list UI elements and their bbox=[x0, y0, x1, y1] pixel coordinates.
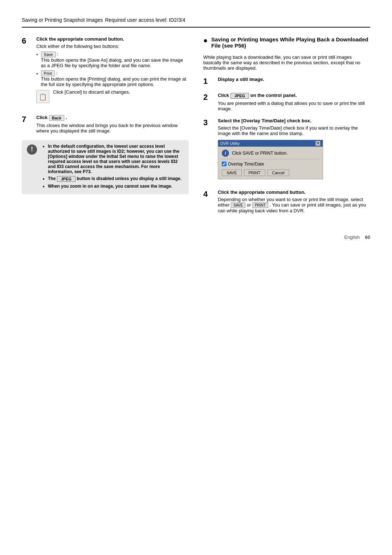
step-r4-or: or bbox=[247, 202, 251, 208]
step-r1-content: Display a still image. bbox=[218, 77, 370, 86]
dvr-dialog-title-text: DVR Utility bbox=[220, 141, 240, 146]
step-r2-block: 2 Click JPEG on the control panel. You a… bbox=[203, 93, 370, 111]
step-r4-block: 4 Click the appropriate command button. … bbox=[203, 189, 370, 213]
section-title: Saving or Printing Images While Playing … bbox=[211, 36, 370, 49]
page-footer: English 60 bbox=[22, 234, 370, 240]
colon: : bbox=[57, 51, 58, 57]
step-6-num: 6 bbox=[22, 36, 32, 108]
step-7-heading: Click Back . bbox=[36, 115, 189, 121]
step-r2-click-pre: Click bbox=[218, 93, 229, 98]
colon: : bbox=[56, 70, 58, 76]
dvr-cancel-button[interactable]: Cancel bbox=[268, 170, 289, 176]
step-6-intro: Click either of the following two button… bbox=[36, 44, 189, 49]
step-r2-num: 2 bbox=[203, 93, 213, 111]
step-6-bullet-list: • Save : This button opens the [Save As]… bbox=[36, 51, 189, 87]
print-inline-btn[interactable]: PRINT bbox=[252, 203, 268, 208]
warning-item-2-pre: The bbox=[48, 176, 57, 181]
warning-icon: ! bbox=[27, 144, 37, 155]
step-6-block: 6 Click the appropriate command button. … bbox=[22, 36, 189, 108]
step-6-heading: Click the appropriate command button. bbox=[36, 36, 189, 42]
info-icon: i bbox=[222, 150, 229, 157]
step-r4-text: Depending on whether you want to save or… bbox=[218, 197, 370, 213]
dvr-dialog-title: DVR Utility ✕ bbox=[218, 140, 323, 147]
step-r2-content: Click JPEG on the control panel. You are… bbox=[218, 93, 370, 111]
title-subtitle: Required user access level: ID2/3/4 bbox=[105, 17, 185, 23]
title-main: Saving or Printing Snapshot Images bbox=[22, 17, 103, 23]
warning-item-1: In the default configuration, the lowest… bbox=[48, 144, 179, 174]
dvr-dialog: DVR Utility ✕ i Click SAVE or PRINT butt… bbox=[218, 140, 323, 179]
warning-content: In the default configuration, the lowest… bbox=[41, 144, 184, 191]
dvr-checkbox-row: Overlay Time/Date bbox=[222, 162, 319, 167]
step-r3-block: 3 Select the [Overlay Time/Date] check b… bbox=[203, 118, 370, 183]
step-r1-heading: Display a still image. bbox=[218, 77, 370, 82]
right-column: ● Saving or Printing Images While Playin… bbox=[203, 36, 370, 220]
section-intro: While playing back a downloaded file, yo… bbox=[203, 54, 370, 71]
step-r3-content: Select the [Overlay Time/Date] check box… bbox=[218, 118, 370, 183]
dvr-save-button[interactable]: SAVE bbox=[222, 170, 242, 176]
left-column: 6 Click the appropriate command button. … bbox=[22, 36, 189, 220]
step-r2-heading: Click JPEG on the control panel. bbox=[218, 93, 370, 99]
print-button-inline[interactable]: Print bbox=[41, 70, 55, 76]
dvr-print-button[interactable]: PRINT bbox=[244, 170, 265, 176]
note-block: 📋 Click [Cancel] to discard all changes. bbox=[36, 89, 189, 103]
print-bullet: Print : This button opens the [Printing]… bbox=[41, 70, 189, 87]
save-bullet: Save : This button opens the [Save As] d… bbox=[41, 51, 189, 68]
footer-language: English bbox=[344, 234, 360, 240]
warning-item-2-post: button is disabled unless you display a … bbox=[75, 176, 181, 181]
section-header: ● Saving or Printing Images While Playin… bbox=[203, 36, 370, 52]
section-bullet: ● bbox=[203, 36, 208, 44]
step-r3-num: 3 bbox=[203, 118, 213, 183]
warning-item-3: When you zoom in on an image, you cannot… bbox=[48, 184, 172, 189]
step-7-period: . bbox=[66, 115, 67, 120]
list-item: In the default configuration, the lowest… bbox=[48, 144, 184, 174]
save-bullet-text: This button opens the [Save As] dialog, … bbox=[41, 57, 183, 68]
step-r4-content: Click the appropriate command button. De… bbox=[218, 189, 370, 213]
step-7-num: 7 bbox=[22, 115, 32, 134]
save-inline-btn[interactable]: SAVE bbox=[231, 203, 245, 208]
save-button-inline[interactable]: Save bbox=[41, 52, 56, 57]
jpeg-button-warning[interactable]: JPEG bbox=[57, 176, 75, 182]
step-r3-heading: Select the [Overlay Time/Date] check box… bbox=[218, 118, 370, 123]
dvr-dialog-close-button[interactable]: ✕ bbox=[315, 141, 320, 146]
page-title: Saving or Printing Snapshot Images Requi… bbox=[22, 15, 370, 28]
step-7-click-label: Click bbox=[36, 115, 48, 120]
step-6-content: Click the appropriate command button. Cl… bbox=[36, 36, 189, 108]
warning-list: In the default configuration, the lowest… bbox=[41, 144, 184, 189]
step-r1-num: 1 bbox=[203, 77, 213, 86]
step-r2-text: You are presented with a dialog that all… bbox=[218, 101, 370, 111]
step-7-block: 7 Click Back . This closes the window an… bbox=[22, 115, 189, 134]
dvr-dialog-body: i Click SAVE or PRINT button. Overlay Ti… bbox=[218, 147, 323, 179]
print-bullet-text: This button opens the [Printing] dialog,… bbox=[41, 76, 186, 87]
step-r3-text: Select the [Overlay Time/Date] check box… bbox=[218, 125, 370, 136]
warning-block: ! In the default configuration, the lowe… bbox=[22, 140, 189, 194]
step-r1-block: 1 Display a still image. bbox=[203, 77, 370, 86]
step-r4-heading: Click the appropriate command button. bbox=[218, 189, 370, 195]
overlay-checkbox-label: Overlay Time/Date bbox=[228, 162, 264, 167]
step-7-content: Click Back . This closes the window and … bbox=[36, 115, 189, 134]
bullet-dot: • bbox=[36, 52, 38, 57]
overlay-checkbox[interactable] bbox=[222, 162, 226, 166]
step-r4-num: 4 bbox=[203, 189, 213, 213]
list-item: • Print : This button opens the [Printin… bbox=[36, 70, 189, 87]
note-icon: 📋 bbox=[36, 90, 49, 103]
note-text: Click [Cancel] to discard all changes. bbox=[53, 89, 130, 103]
dvr-dialog-info: i Click SAVE or PRINT button. bbox=[222, 150, 319, 159]
step-r2-heading-post: on the control panel. bbox=[250, 93, 297, 98]
list-item: The JPEG button is disabled unless you d… bbox=[48, 176, 184, 182]
list-item: • Save : This button opens the [Save As]… bbox=[36, 51, 189, 68]
list-item: When you zoom in on an image, you cannot… bbox=[48, 184, 184, 189]
dvr-buttons: SAVE PRINT Cancel bbox=[222, 170, 319, 176]
jpeg-button-step2[interactable]: JPEG bbox=[230, 93, 249, 99]
footer-page: 60 bbox=[365, 234, 370, 240]
bullet-dot: • bbox=[36, 71, 38, 77]
dvr-dialog-info-text: Click SAVE or PRINT button. bbox=[232, 151, 288, 156]
step-7-text: This closes the window and brings you ba… bbox=[36, 123, 189, 134]
back-button-inline[interactable]: Back bbox=[49, 115, 64, 121]
